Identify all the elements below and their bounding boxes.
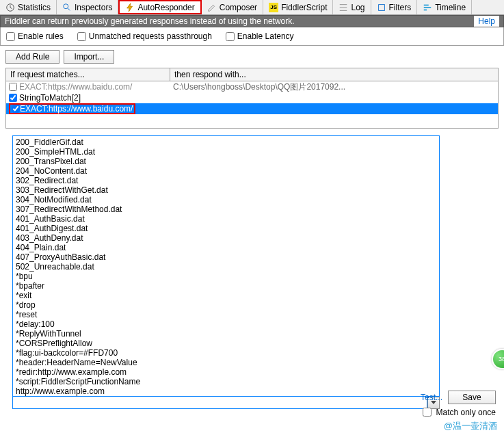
- rule-checkbox[interactable]: [9, 94, 17, 102]
- dropdown-item[interactable]: 204_NoContent.dat: [16, 166, 436, 176]
- response-dropdown-list: 200_FiddlerGif.dat200_SimpleHTML.dat200_…: [12, 135, 499, 397]
- tab-strip: Statistics Inspectors AutoResponder Comp…: [0, 0, 504, 15]
- dropdown-item[interactable]: 302_Redirect.dat: [16, 176, 436, 185]
- rules-headers: If request matches... then respond with.…: [5, 68, 499, 81]
- svg-rect-5: [424, 9, 427, 10]
- enable-rules-checkbox[interactable]: Enable rules: [6, 31, 64, 41]
- dropdown-item[interactable]: 401_AuthDigest.dat: [16, 224, 436, 233]
- rules-list: EXACT:https://www.baidu.com/ C:\Users\ho…: [5, 81, 499, 129]
- label: Match only once: [436, 408, 496, 417]
- add-rule-button[interactable]: Add Rule: [5, 50, 59, 64]
- dropdown-item[interactable]: *CORSPreflightAllow: [16, 339, 436, 348]
- rule-checkbox[interactable]: [9, 83, 17, 91]
- tab-label: Inspectors: [75, 3, 112, 12]
- list-icon: [339, 3, 348, 12]
- dropdown-item[interactable]: *ReplyWithTunnel: [16, 329, 436, 339]
- save-button[interactable]: Save: [448, 391, 496, 404]
- tab-label: Filters: [389, 3, 412, 12]
- dropdown-item[interactable]: *script:FiddlerScriptFunctionName: [16, 377, 436, 386]
- tab-label: AutoResponder: [137, 3, 194, 12]
- square-icon: [377, 3, 386, 12]
- dropdown-item[interactable]: 200_FiddlerGif.dat: [16, 137, 436, 147]
- dropdown-item[interactable]: 502_Unreachable.dat: [16, 262, 436, 272]
- right-buttons: Test... Save: [421, 391, 496, 404]
- rule-respond: C:\Users\hongboss\Desktop\QQ图片2017092...: [170, 81, 498, 93]
- tab-fiddlerscript[interactable]: JS FiddlerScript: [263, 0, 333, 14]
- rule-match: EXACT:https://www.baidu.com/: [19, 82, 132, 92]
- dropdown-item[interactable]: *drop: [16, 300, 436, 310]
- dropdown-item[interactable]: *exit: [16, 291, 436, 300]
- tab-statistics[interactable]: Statistics: [0, 0, 57, 14]
- info-text: Fiddler can return previously generated …: [5, 16, 295, 26]
- dropdown-item[interactable]: 307_RedirectWithMethod.dat: [16, 205, 436, 214]
- dropdown-item[interactable]: *bpafter: [16, 281, 436, 291]
- bars-icon: [423, 3, 432, 12]
- dropdown-item[interactable]: *header:HeaderName=NewValue: [16, 358, 436, 367]
- dropdown-item[interactable]: 304_NotModified.dat: [16, 195, 436, 205]
- buttons-row: Add Rule Import...: [0, 46, 504, 68]
- dropdown-item[interactable]: *bpu: [16, 272, 436, 281]
- help-link[interactable]: Help: [474, 16, 499, 27]
- dropdown-item[interactable]: 404_Plain.dat: [16, 243, 436, 252]
- tab-label: Timeline: [435, 3, 466, 12]
- watermark: @温一壶清酒: [444, 420, 497, 432]
- match-only-once-checkbox[interactable]: Match only once: [420, 406, 496, 419]
- rule-row-selected[interactable]: EXACT:https://www.baidu.com/: [6, 103, 498, 114]
- dropdown-list-body[interactable]: 200_FiddlerGif.dat200_SimpleHTML.dat200_…: [12, 135, 440, 397]
- dropdown-item[interactable]: 401_AuthBasic.dat: [16, 214, 436, 224]
- svg-rect-4: [424, 7, 432, 8]
- info-bar: Fiddler can return previously generated …: [0, 15, 504, 27]
- unmatched-passthrough-checkbox[interactable]: Unmatched requests passthrough: [77, 31, 212, 41]
- tab-label: Log: [351, 3, 364, 12]
- tab-composer[interactable]: Composer: [202, 0, 263, 14]
- dropdown-item[interactable]: *reset: [16, 310, 436, 319]
- response-input[interactable]: [12, 397, 427, 409]
- rule-row[interactable]: EXACT:https://www.baidu.com/ C:\Users\ho…: [6, 81, 498, 92]
- svg-rect-3: [424, 4, 429, 5]
- tab-autoresponder[interactable]: AutoResponder: [118, 0, 201, 14]
- dropdown-item[interactable]: Create New Response...: [16, 396, 436, 397]
- import-button[interactable]: Import...: [64, 50, 114, 64]
- enable-latency-checkbox[interactable]: Enable Latency: [226, 31, 294, 41]
- search-icon: [62, 3, 72, 12]
- tab-inspectors[interactable]: Inspectors: [57, 0, 118, 14]
- dropdown-item[interactable]: 200_TransPixel.dat: [16, 157, 436, 166]
- column-respond: then respond with...: [170, 68, 498, 81]
- test-link[interactable]: Test...: [421, 393, 442, 402]
- label: Unmatched requests passthrough: [89, 31, 212, 41]
- rule-row[interactable]: StringToMatch[2]: [6, 92, 498, 103]
- rule-match: EXACT:https://www.baidu.com/: [20, 104, 133, 114]
- js-icon: JS: [269, 3, 278, 12]
- label: Enable Latency: [237, 31, 294, 41]
- svg-rect-2: [378, 4, 384, 10]
- tab-log[interactable]: Log: [333, 0, 371, 14]
- tab-label: FiddlerScript: [281, 3, 327, 12]
- dropdown-item[interactable]: *redir:http://www.example.com: [16, 367, 436, 377]
- tab-label: Statistics: [18, 3, 51, 12]
- tab-label: Composer: [220, 3, 257, 12]
- dropdown-item[interactable]: http://www.example.com: [16, 386, 436, 396]
- dropdown-item[interactable]: 303_RedirectWithGet.dat: [16, 185, 436, 195]
- label: Enable rules: [18, 31, 64, 41]
- response-input-row: [12, 397, 440, 409]
- pencil-icon: [207, 3, 217, 12]
- dropdown-item[interactable]: 200_SimpleHTML.dat: [16, 147, 436, 157]
- bolt-icon: [125, 3, 135, 12]
- rule-checkbox[interactable]: [12, 105, 20, 113]
- dropdown-item[interactable]: 407_ProxyAuthBasic.dat: [16, 252, 436, 262]
- column-match: If request matches...: [6, 68, 170, 81]
- clock-icon: [5, 3, 15, 12]
- svg-point-1: [64, 3, 68, 8]
- options-row: Enable rules Unmatched requests passthro…: [0, 27, 504, 46]
- tab-timeline[interactable]: Timeline: [417, 0, 472, 14]
- tab-filters[interactable]: Filters: [371, 0, 418, 14]
- dropdown-item[interactable]: *delay:100: [16, 319, 436, 329]
- rule-match: StringToMatch[2]: [19, 93, 81, 103]
- dropdown-item[interactable]: *flag:ui-backcolor=#FFD700: [16, 348, 436, 358]
- dropdown-item[interactable]: 403_AuthDeny.dat: [16, 233, 436, 243]
